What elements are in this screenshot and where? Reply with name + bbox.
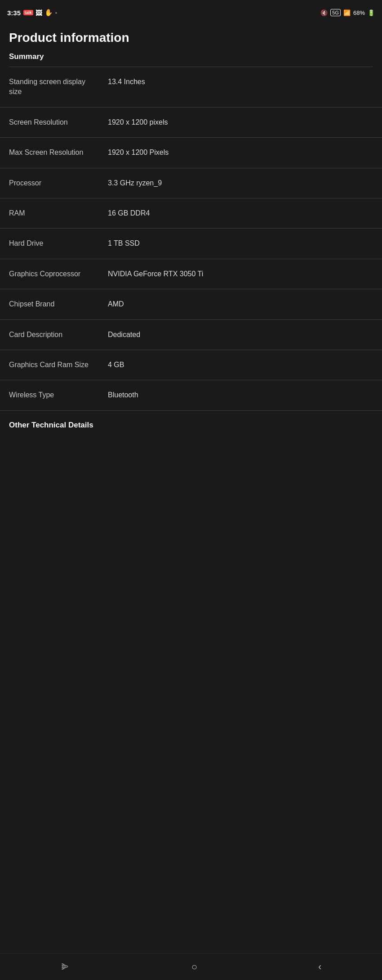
spec-row-ram: RAM 16 GB DDR4 <box>0 198 382 229</box>
spec-label-hard-drive: Hard Drive <box>9 238 108 248</box>
spec-label-graphics-coprocessor: Graphics Coprocessor <box>9 269 108 279</box>
talk-badge: talk <box>23 10 33 15</box>
status-left: 3:35 talk 🖼 ✋ ● <box>7 9 57 17</box>
battery-text: 68% <box>353 9 365 16</box>
dot-icon: ● <box>55 11 58 15</box>
spec-row-hard-drive: Hard Drive 1 TB SSD <box>0 229 382 259</box>
spec-row-graphics-coprocessor: Graphics Coprocessor NVIDIA GeForce RTX … <box>0 259 382 289</box>
spec-row-max-resolution: Max Screen Resolution 1920 x 1200 Pixels <box>0 138 382 168</box>
spec-value-ram: 16 GB DDR4 <box>108 208 373 218</box>
spec-value-max-resolution: 1920 x 1200 Pixels <box>108 148 373 157</box>
spec-label-resolution: Screen Resolution <box>9 117 108 127</box>
spec-label-max-resolution: Max Screen Resolution <box>9 148 108 157</box>
spec-row-card-description: Card Description Dedicated <box>0 320 382 350</box>
section-header-summary: Summary <box>0 49 382 67</box>
nav-bar: ⫸ ○ ‹ <box>0 953 382 980</box>
spec-value-chipset: AMD <box>108 299 373 309</box>
spec-table: Standing screen display size 13.4 Inches… <box>0 67 382 411</box>
signal-bars-icon: 📶 <box>343 9 351 16</box>
page-title: Product information <box>0 23 382 49</box>
status-icons-left: talk 🖼 ✋ ● <box>23 9 57 17</box>
spec-label-wireless: Wireless Type <box>9 390 108 400</box>
spec-row-processor: Processor 3.3 GHz ryzen_9 <box>0 168 382 198</box>
mute-icon: 🔇 <box>320 9 328 16</box>
spec-label-processor: Processor <box>9 178 108 188</box>
spec-value-hard-drive: 1 TB SSD <box>108 238 373 248</box>
spec-label-display-size: Standing screen display size <box>9 77 108 97</box>
spec-row-chipset: Chipset Brand AMD <box>0 289 382 319</box>
battery-icon: 🔋 <box>368 9 375 16</box>
spec-label-card-description: Card Description <box>9 330 108 340</box>
status-time: 3:35 <box>7 9 21 17</box>
spec-value-wireless: Bluetooth <box>108 390 373 400</box>
nav-home-icon[interactable]: ○ <box>178 957 211 977</box>
spec-label-ram: RAM <box>9 208 108 218</box>
nav-back-icon[interactable]: ‹ <box>305 957 335 977</box>
hand-icon: ✋ <box>44 9 53 17</box>
spec-row-graphics-ram: Graphics Card Ram Size 4 GB <box>0 350 382 380</box>
section-header-other: Other Technical Details <box>0 411 382 435</box>
spec-value-graphics-coprocessor: NVIDIA GeForce RTX 3050 Ti <box>108 269 373 279</box>
spec-value-resolution: 1920 x 1200 pixels <box>108 117 373 127</box>
spec-value-graphics-ram: 4 GB <box>108 360 373 370</box>
spec-label-chipset: Chipset Brand <box>9 299 108 309</box>
status-bar: 3:35 talk 🖼 ✋ ● 🔇 5G 📶 68% 🔋 <box>0 0 382 23</box>
spec-label-graphics-ram: Graphics Card Ram Size <box>9 360 108 370</box>
spec-row-resolution: Screen Resolution 1920 x 1200 pixels <box>0 108 382 138</box>
spec-row-display-size: Standing screen display size 13.4 Inches <box>0 67 382 108</box>
spec-value-card-description: Dedicated <box>108 330 373 340</box>
gallery-icon: 🖼 <box>36 9 42 17</box>
nav-spacer <box>0 435 382 462</box>
signal-5g: 5G <box>330 9 341 16</box>
spec-row-wireless: Wireless Type Bluetooth <box>0 380 382 410</box>
spec-value-display-size: 13.4 Inches <box>108 77 373 87</box>
status-right: 🔇 5G 📶 68% 🔋 <box>320 9 375 16</box>
spec-value-processor: 3.3 GHz ryzen_9 <box>108 178 373 188</box>
nav-recents-icon[interactable]: ⫸ <box>47 957 84 976</box>
